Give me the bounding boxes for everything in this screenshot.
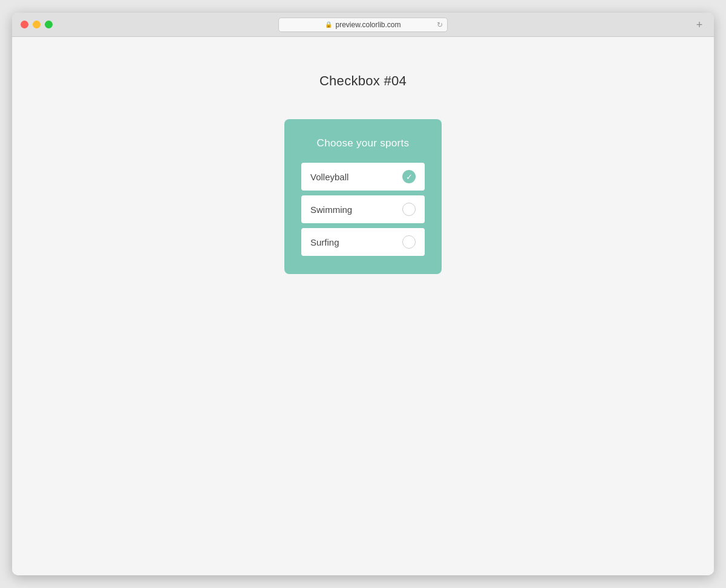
sport-option-surfing[interactable]: Surfing [301, 228, 425, 256]
traffic-lights [21, 21, 53, 28]
page-title: Checkbox #04 [319, 73, 407, 89]
minimize-button[interactable] [33, 21, 41, 28]
close-button[interactable] [21, 21, 28, 28]
titlebar: 🔒 preview.colorlib.com ↻ + [12, 13, 714, 37]
sport-option-swimming[interactable]: Swimming [301, 195, 425, 223]
sports-card: Choose your sports Volleyball ✓ Swimming [284, 119, 442, 274]
new-tab-button[interactable]: + [693, 19, 705, 31]
lock-icon: 🔒 [325, 21, 332, 28]
url-text: preview.colorlib.com [335, 21, 401, 29]
sport-label-volleyball: Volleyball [310, 172, 348, 182]
sport-option-volleyball[interactable]: Volleyball ✓ [301, 163, 425, 191]
sport-label-swimming: Swimming [310, 204, 352, 215]
browser-content: Checkbox #04 Choose your sports Volleyba… [12, 37, 714, 575]
card-heading: Choose your sports [301, 137, 425, 149]
sport-label-surfing: Surfing [310, 237, 339, 247]
reload-icon[interactable]: ↻ [437, 21, 443, 29]
sport-checkbox-swimming[interactable] [402, 203, 416, 216]
sport-checkbox-volleyball[interactable]: ✓ [402, 170, 416, 183]
maximize-button[interactable] [45, 21, 53, 28]
address-bar[interactable]: 🔒 preview.colorlib.com ↻ [278, 18, 448, 32]
sport-options-list: Volleyball ✓ Swimming Surfing [301, 163, 425, 256]
sport-checkbox-surfing[interactable] [402, 235, 416, 249]
browser-window: 🔒 preview.colorlib.com ↻ + Checkbox #04 … [12, 13, 714, 575]
checkmark-icon: ✓ [406, 173, 413, 181]
